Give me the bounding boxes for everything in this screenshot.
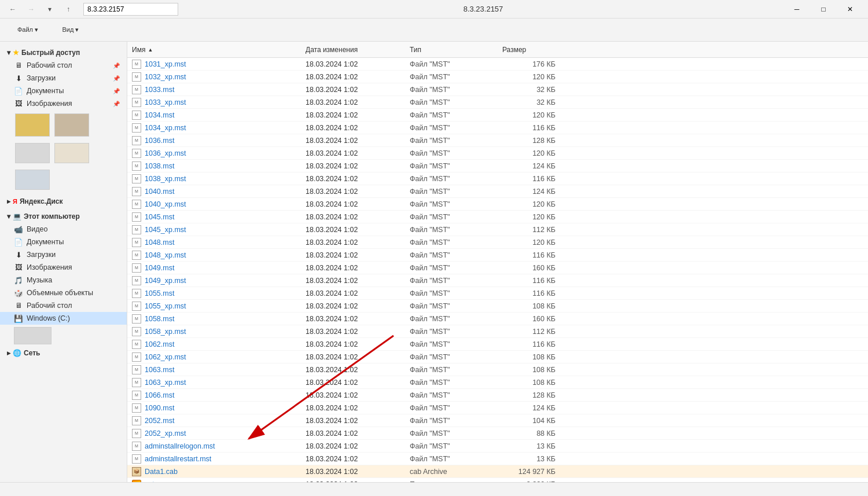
sidebar-item-windows-c[interactable]: 💾 Windows (C:)	[0, 312, 127, 325]
table-row[interactable]: M 1049_xp.mst 18.03.2024 1:02 Файл "MST"…	[127, 274, 868, 287]
col-header-date[interactable]: Дата изменения	[306, 46, 410, 54]
network-header[interactable]: ▸ 🌐 Сеть	[0, 347, 127, 359]
table-row[interactable]: M adminstallrestart.mst 18.03.2024 1:02 …	[127, 453, 868, 465]
sidebar-item-images-quick[interactable]: 🖼 Изображения 📌	[0, 97, 127, 110]
maximize-button[interactable]: □	[810, 0, 837, 19]
file-name: 1045_xp.mst	[145, 226, 186, 234]
sidebar-item-music[interactable]: 🎵 Музыка	[0, 274, 127, 286]
table-row[interactable]: M 1066.mst 18.03.2024 1:02 Файл "MST" 12…	[127, 389, 868, 402]
file-name: 1036_xp.mst	[145, 149, 186, 157]
file-name: adminstallrelogon.mst	[145, 442, 215, 450]
table-row[interactable]: M 1036_xp.mst 18.03.2024 1:02 Файл "MST"…	[127, 147, 868, 160]
file-type: Файл "MST"	[410, 238, 502, 247]
cab-icon: 📦	[132, 467, 141, 476]
table-row[interactable]: M 1040.mst 18.03.2024 1:02 Файл "MST" 12…	[127, 185, 868, 198]
file-name-cell: M 1038.mst	[132, 161, 306, 171]
table-row[interactable]: M 1058.mst 18.03.2024 1:02 Файл "MST" 16…	[127, 313, 868, 325]
sidebar-item-label: Объемные объекты	[27, 289, 93, 297]
table-row[interactable]: M 2052.mst 18.03.2024 1:02 Файл "MST" 10…	[127, 414, 868, 427]
file-date: 18.03.2024 1:02	[306, 60, 410, 68]
expand-icon: ▾	[7, 212, 10, 221]
file-type: Файл "MST"	[410, 73, 502, 81]
minimize-button[interactable]: ─	[784, 0, 810, 19]
table-row[interactable]: M 1048.mst 18.03.2024 1:02 Файл "MST" 12…	[127, 236, 868, 249]
col-header-type[interactable]: Тип	[410, 46, 502, 54]
col-header-size[interactable]: Размер	[502, 46, 560, 54]
sidebar-item-desktop-quick[interactable]: 🖥 Рабочий стол 📌	[0, 59, 127, 72]
table-row[interactable]: M 1055.mst 18.03.2024 1:02 Файл "MST" 11…	[127, 287, 868, 300]
sidebar-item-desktop[interactable]: 🖥 Рабочий стол	[0, 299, 127, 312]
file-name-cell: M 1066.mst	[132, 391, 306, 400]
file-name-cell: M 1033_xp.mst	[132, 98, 306, 107]
sidebar-item-label: Изображения	[27, 100, 72, 108]
file-name-cell: 📦 Data1.cab	[132, 467, 306, 476]
sidebar-item-downloads-quick[interactable]: ⬇ Загрузки 📌	[0, 72, 127, 84]
file-name: 1038_xp.mst	[145, 175, 186, 183]
quick-access-header[interactable]: ▾ ★ Быстрый доступ	[0, 46, 127, 59]
table-row[interactable]: M 1038_xp.mst 18.03.2024 1:02 Файл "MST"…	[127, 172, 868, 185]
file-date: 18.03.2024 1:02	[306, 238, 410, 247]
back-button[interactable]: ←	[5, 3, 21, 16]
table-row[interactable]: M 2052_xp.mst 18.03.2024 1:02 Файл "MST"…	[127, 427, 868, 440]
sidebar-item-video[interactable]: 📹 Видео	[0, 223, 127, 236]
mst-icon: M	[132, 352, 141, 362]
table-row[interactable]: M 1033_xp.mst 18.03.2024 1:02 Файл "MST"…	[127, 96, 868, 109]
sidebar-item-downloads[interactable]: ⬇ Загрузки	[0, 248, 127, 261]
col-header-name[interactable]: Имя ▲	[132, 46, 306, 54]
table-row[interactable]: M 1034.mst 18.03.2024 1:02 Файл "MST" 12…	[127, 109, 868, 122]
table-row[interactable]: M 1033.mst 18.03.2024 1:02 Файл "MST" 32…	[127, 83, 868, 96]
toolbar-btn-1[interactable]: Файл ▾	[5, 24, 51, 36]
col-type-label: Тип	[410, 46, 421, 54]
table-row[interactable]: M 1045_xp.mst 18.03.2024 1:02 Файл "MST"…	[127, 223, 868, 236]
file-type: Файл "MST"	[410, 162, 502, 170]
expand-icon: ▾	[7, 49, 10, 57]
images-icon: 🖼	[14, 263, 23, 272]
table-row[interactable]: M 1063.mst 18.03.2024 1:02 Файл "MST" 10…	[127, 363, 868, 376]
table-row[interactable]: M 1055_xp.mst 18.03.2024 1:02 Файл "MST"…	[127, 300, 868, 313]
recent-button[interactable]: ▾	[42, 3, 58, 16]
file-type: Файл "MST"	[410, 302, 502, 310]
mst-icon: M	[132, 378, 141, 387]
file-type: Файл "MST"	[410, 315, 502, 323]
sidebar-item-label: Загрузки	[27, 251, 56, 259]
mst-icon: M	[132, 161, 141, 171]
table-row[interactable]: ☀ setup.exe 18.03.2024 1:02 Приложение 2…	[127, 478, 868, 482]
file-type: Файл "MST"	[410, 149, 502, 157]
sidebar-item-3dobjects[interactable]: 🎲 Объемные объекты	[0, 286, 127, 299]
up-button[interactable]: ↑	[60, 3, 76, 16]
mst-icon: M	[132, 403, 141, 413]
sidebar-item-documents[interactable]: 📄 Документы	[0, 236, 127, 248]
table-row[interactable]: M 1062_xp.mst 18.03.2024 1:02 Файл "MST"…	[127, 351, 868, 363]
toolbar-btn-2[interactable]: Вид ▾	[53, 24, 88, 36]
file-date: 18.03.2024 1:02	[306, 73, 410, 81]
table-row[interactable]: M 1036.mst 18.03.2024 1:02 Файл "MST" 12…	[127, 134, 868, 147]
sidebar-item-documents-quick[interactable]: 📄 Документы 📌	[0, 84, 127, 97]
downloads-icon: ⬇	[14, 250, 23, 259]
file-name: 2052.mst	[145, 417, 174, 425]
file-size: 108 КБ	[502, 379, 560, 387]
table-row[interactable]: M adminstallrelogon.mst 18.03.2024 1:02 …	[127, 440, 868, 453]
address-bar[interactable]	[83, 3, 178, 16]
table-row[interactable]: M 1038.mst 18.03.2024 1:02 Файл "MST" 12…	[127, 160, 868, 172]
file-name: 2052_xp.mst	[145, 429, 186, 438]
table-row[interactable]: M 1058_xp.mst 18.03.2024 1:02 Файл "MST"…	[127, 325, 868, 338]
file-size: 120 КБ	[502, 213, 560, 221]
close-button[interactable]: ✕	[837, 0, 863, 19]
table-row[interactable]: M 1090.mst 18.03.2024 1:02 Файл "MST" 12…	[127, 402, 868, 414]
table-row[interactable]: M 1049.mst 18.03.2024 1:02 Файл "MST" 16…	[127, 262, 868, 274]
table-row[interactable]: M 1063_xp.mst 18.03.2024 1:02 Файл "MST"…	[127, 376, 868, 389]
forward-button[interactable]: →	[23, 3, 39, 16]
table-row[interactable]: M 1032_xp.mst 18.03.2024 1:02 Файл "MST"…	[127, 71, 868, 83]
table-row[interactable]: M 1048_xp.mst 18.03.2024 1:02 Файл "MST"…	[127, 249, 868, 262]
yandex-disk-header[interactable]: ▸ Я Яндекс.Диск	[0, 195, 127, 208]
table-row[interactable]: M 1040_xp.mst 18.03.2024 1:02 Файл "MST"…	[127, 198, 868, 211]
table-row[interactable]: 📦 Data1.cab 18.03.2024 1:02 cab Archive …	[127, 465, 868, 478]
table-row[interactable]: M 1062.mst 18.03.2024 1:02 Файл "MST" 11…	[127, 338, 868, 351]
file-name-cell: M 1049_xp.mst	[132, 276, 306, 285]
sidebar-item-images[interactable]: 🖼 Изображения	[0, 261, 127, 274]
this-pc-header[interactable]: ▾ 💻 Этот компьютер	[0, 210, 127, 223]
table-row[interactable]: M 1031_xp.mst 18.03.2024 1:02 Файл "MST"…	[127, 58, 868, 71]
file-date: 18.03.2024 1:02	[306, 277, 410, 285]
table-row[interactable]: M 1034_xp.mst 18.03.2024 1:02 Файл "MST"…	[127, 122, 868, 134]
table-row[interactable]: M 1045.mst 18.03.2024 1:02 Файл "MST" 12…	[127, 211, 868, 223]
